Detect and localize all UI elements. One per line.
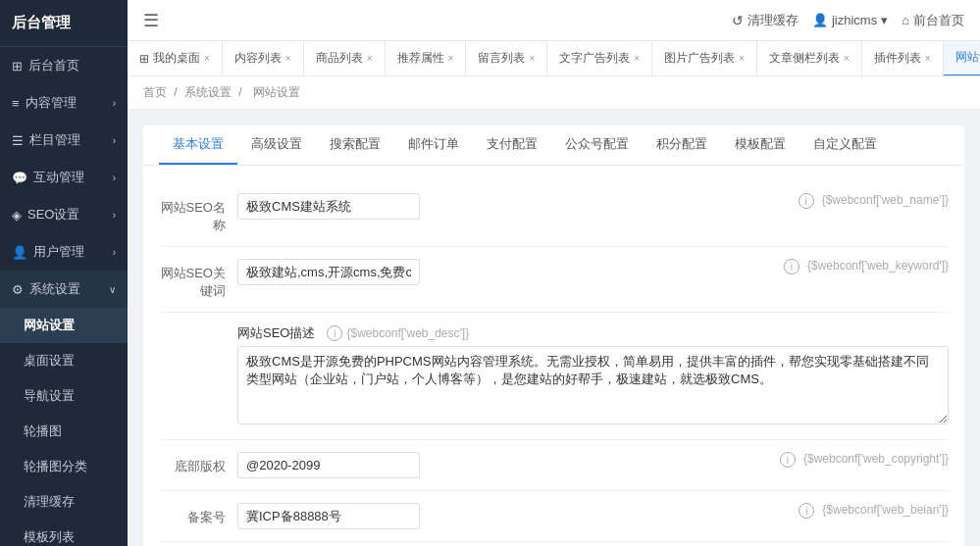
dropdown-icon: ▾ <box>881 13 888 27</box>
chevron-icon: › <box>113 173 116 183</box>
form-row-inner: i {$webconf['web_name']} <box>237 193 949 220</box>
topbar: ☰ ↺ 清理缓存 👤 jizhicms ▾ ⌂ 前台首页 <box>128 0 980 41</box>
tab-product[interactable]: 商品列表 × <box>304 41 386 76</box>
sidebar-item-seo[interactable]: ◈ SEO设置 › <box>0 196 128 233</box>
sidebar-item-home[interactable]: ⊞ 后台首页 <box>0 47 128 84</box>
input-copyright[interactable] <box>237 452 420 478</box>
website-label: 网站设置 <box>24 317 75 334</box>
sidebar-sub-carousel-cat[interactable]: 轮播图分类 <box>0 449 128 484</box>
tabs-bar: ⊞ 我的桌面 × 内容列表 × 商品列表 × 推荐属性 × 留言列表 × 文字广… <box>128 41 980 76</box>
textarea-seo-desc[interactable]: 极致CMS是开源免费的PHPCMS网站内容管理系统。无需业授权，简单易用，提供丰… <box>237 346 949 424</box>
refresh-icon: ↺ <box>732 13 744 28</box>
form-row-inner: i {$webconf['web_copyright']} <box>237 452 949 478</box>
tab-basic[interactable]: 基本设置 <box>159 125 237 165</box>
tab-wechat[interactable]: 公众号配置 <box>551 125 643 165</box>
tab-close-icon[interactable]: × <box>367 53 373 64</box>
input-seo-keyword[interactable] <box>237 259 420 285</box>
tab-advanced[interactable]: 高级设置 <box>237 125 316 165</box>
tab-points[interactable]: 积分配置 <box>643 125 721 165</box>
info-icon-seo-name[interactable]: i <box>799 193 814 209</box>
tab-payment[interactable]: 支付配置 <box>473 125 551 165</box>
tab-label: 图片广告列表 <box>664 50 735 67</box>
tab-close-icon[interactable]: × <box>925 53 931 64</box>
sidebar-item-label: SEO设置 <box>27 206 79 223</box>
sidebar-sub-template[interactable]: 模板列表 <box>0 520 128 546</box>
sidebar-logo: 后台管理 <box>0 0 128 47</box>
breadcrumb-system[interactable]: 系统设置 <box>184 85 232 99</box>
tab-text-ads[interactable]: 文字广告列表 × <box>547 41 652 76</box>
username-label: jizhicms <box>832 13 877 27</box>
sidebar-sub-desktop[interactable]: 桌面设置 <box>0 343 128 378</box>
sidebar-sub-clear-cache[interactable]: 清理缓存 <box>0 484 128 520</box>
tab-content[interactable]: 内容列表 × <box>223 41 304 76</box>
column-icon: ☰ <box>12 133 24 148</box>
info-icon-icp[interactable]: i <box>799 503 814 519</box>
sidebar-item-label: 栏目管理 <box>29 131 80 149</box>
sidebar-item-column[interactable]: ☰ 栏目管理 › <box>0 122 128 159</box>
sidebar-item-user[interactable]: 👤 用户管理 › <box>0 233 128 271</box>
tab-close-icon[interactable]: × <box>739 53 745 64</box>
chevron-icon: › <box>113 247 116 258</box>
clear-cache-label: 清理缓存 <box>24 493 75 511</box>
tab-search[interactable]: 搜索配置 <box>316 125 394 165</box>
field-label-seo-keyword: 网站SEO关键词 <box>159 259 237 300</box>
tab-plugins[interactable]: 插件列表 × <box>862 41 944 76</box>
form-row-icp: 备案号 i {$webconf['web_beian']} <box>159 491 949 542</box>
frontend-home-link[interactable]: ⌂ 前台首页 <box>902 12 964 29</box>
info-icon-copyright[interactable]: i <box>780 452 796 468</box>
tab-close-icon[interactable]: × <box>529 53 535 64</box>
tpl-var-seo-desc: {$webconf['web_desc']} <box>346 326 469 340</box>
tpl-var-icp: {$webconf['web_beian']} <box>822 503 949 517</box>
info-icon-seo-keyword[interactable]: i <box>784 259 799 274</box>
tab-email[interactable]: 邮件订单 <box>394 125 473 165</box>
sidebar-item-label: 用户管理 <box>33 243 84 261</box>
sidebar-sub-website[interactable]: 网站设置 <box>0 308 128 343</box>
clear-cache-button[interactable]: ↺ 清理缓存 <box>732 12 799 29</box>
info-icon-seo-desc[interactable]: i <box>327 325 342 341</box>
tpl-var-seo-keyword: {$webconf['web_keyword']} <box>807 259 949 273</box>
form-row-seo-desc: 网站SEO描述 i {$webconf['web_desc']} 极致CMS是开… <box>159 313 949 440</box>
chevron-icon: › <box>113 98 116 109</box>
tab-close-icon[interactable]: × <box>285 53 291 64</box>
tab-desktop[interactable]: ⊞ 我的桌面 × <box>128 41 223 76</box>
sidebar-item-label: 系统设置 <box>29 280 80 298</box>
carousel-cat-label: 轮播图分类 <box>24 458 87 475</box>
input-icp[interactable] <box>237 503 420 529</box>
user-menu[interactable]: 👤 jizhicms ▾ <box>812 13 888 27</box>
tab-close-icon[interactable]: × <box>634 53 640 64</box>
tpl-var-seo-name: {$webconf['web_name']} <box>822 193 949 207</box>
tab-close-icon[interactable]: × <box>204 53 210 64</box>
tab-close-icon[interactable]: × <box>844 53 850 64</box>
tab-custom[interactable]: 自定义配置 <box>799 125 891 165</box>
carousel-label: 轮播图 <box>24 422 62 440</box>
tab-close-icon[interactable]: × <box>448 53 454 64</box>
tab-label: 我的桌面 <box>153 50 200 67</box>
home-icon: ⌂ <box>902 13 909 27</box>
tab-label: 插件列表 <box>874 50 921 67</box>
tab-label: 网站设置 <box>955 49 980 66</box>
form-row-tel: 网站电话 i {$webconf['web_tel']} <box>159 542 949 546</box>
user-icon: 👤 <box>12 245 27 260</box>
desc-label-text: 网站SEO描述 <box>237 324 315 342</box>
tab-sidebar[interactable]: 文章侧栏列表 × <box>757 41 862 76</box>
sidebar-item-content[interactable]: ≡ 内容管理 › <box>0 84 128 122</box>
breadcrumb-home[interactable]: 首页 <box>143 85 167 99</box>
sidebar-item-label: 内容管理 <box>26 94 77 112</box>
chevron-icon: › <box>113 210 116 221</box>
sidebar-sub-carousel[interactable]: 轮播图 <box>0 414 128 449</box>
menu-toggle-icon[interactable]: ☰ <box>143 10 159 31</box>
tab-image-ads[interactable]: 图片广告列表 × <box>652 41 757 76</box>
tab-template[interactable]: 模板配置 <box>721 125 799 165</box>
input-seo-name[interactable] <box>237 193 420 220</box>
tab-recommend[interactable]: 推荐属性 × <box>386 41 467 76</box>
tab-website-settings[interactable]: 网站设置 × <box>944 41 980 76</box>
sidebar-sub-nav[interactable]: 导航设置 <box>0 378 128 414</box>
tab-label: 留言列表 <box>478 50 525 67</box>
settings-panel: 基本设置 高级设置 搜索配置 邮件订单 支付配置 公众号配置 积分配置 模板配置… <box>143 125 964 546</box>
breadcrumb-separator: / <box>174 85 181 99</box>
field-label-seo-desc <box>159 324 237 330</box>
tab-message[interactable]: 留言列表 × <box>466 41 547 76</box>
sidebar-item-system[interactable]: ⚙ 系统设置 ∨ <box>0 271 128 308</box>
sidebar-item-interact[interactable]: 💬 互动管理 › <box>0 159 128 196</box>
form-field-seo-name <box>237 193 791 220</box>
